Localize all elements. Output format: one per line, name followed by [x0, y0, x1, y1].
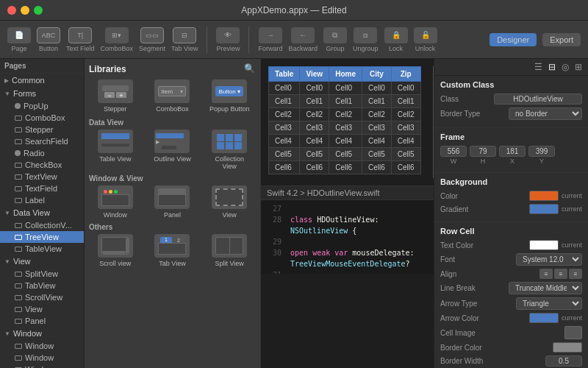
toolbar-unlock[interactable]: 🔓 Unlock	[414, 27, 437, 52]
sidebar-section-dataview[interactable]: ▼ Data View	[0, 206, 84, 219]
table-cell: Cell4	[362, 135, 391, 148]
canvas-table-container[interactable]: Table View Home City Zip Cell0Cell0Cell0…	[268, 66, 421, 174]
toolbar-segment[interactable]: ▭▭ Segment	[139, 27, 165, 52]
toolbar-backward[interactable]: ← Backward	[288, 27, 318, 52]
rp-border-width-input[interactable]	[545, 355, 582, 367]
table-cell: Cell5	[362, 148, 391, 161]
rp-color-swatch[interactable]	[529, 191, 559, 201]
lib-item-window[interactable]: Window	[89, 185, 142, 219]
sidebar-section-common[interactable]: ▶ Common	[0, 74, 84, 87]
sidebar-item-window2[interactable]: Window	[0, 352, 84, 364]
sidebar-item-window3[interactable]: Window	[0, 364, 84, 368]
window2-rect	[15, 355, 22, 361]
sidebar-section-forms[interactable]: ▼ Forms	[0, 87, 84, 100]
rp-background-section: Background Color current Gradient curren…	[434, 173, 588, 222]
sidebar-item-treeview[interactable]: TreeView	[0, 231, 84, 243]
lib-item-scrollview[interactable]: Scroll view	[89, 234, 142, 267]
rp-h-input[interactable]	[470, 146, 496, 157]
sidebar-item-label[interactable]: Label	[0, 194, 84, 206]
export-button[interactable]: Export	[542, 33, 581, 46]
lib-item-collectionview[interactable]: CollectionView	[203, 130, 256, 170]
maximize-button[interactable]	[34, 6, 43, 15]
sidebar-item-textview[interactable]: TextView	[0, 171, 84, 183]
sidebar-item-panel[interactable]: Panel	[0, 315, 84, 327]
lib-item-popup[interactable]: Button ▾ Popup Button	[203, 79, 256, 113]
sidebar-item-textfield[interactable]: TextField	[0, 183, 84, 194]
sidebar-item-view[interactable]: View	[0, 303, 84, 315]
lib-item-view[interactable]: View	[203, 185, 256, 219]
sidebar-item-collectionview[interactable]: CollectionV...	[0, 219, 84, 231]
align-center-button[interactable]: ≡	[554, 269, 567, 279]
table-cell: Cell1	[269, 95, 300, 108]
rp-x-input[interactable]	[499, 146, 526, 157]
sidebar-item-popup[interactable]: PopUp	[0, 100, 84, 112]
lib-item-tableview[interactable]: Table View	[89, 130, 142, 170]
align-right-button[interactable]: ≡	[569, 269, 582, 279]
stepper-rect	[15, 127, 22, 132]
combobox-form-label: ComboBox	[25, 113, 65, 122]
canvas-main[interactable]: Table View Home City Zip Cell0Cell0Cell0…	[261, 59, 434, 368]
popup-lib-label: Popup Button	[209, 105, 250, 113]
data-view-grid: Table View ▶ Outline View	[89, 130, 256, 170]
lib-item-stepper[interactable]: −+ Stepper	[89, 79, 142, 113]
lib-item-combobox[interactable]: Item▾ ComboBox	[146, 79, 199, 113]
table-cell: Cell3	[329, 121, 362, 135]
toolbar-forward[interactable]: → Forward	[258, 27, 282, 52]
toolbar-group[interactable]: ⧉ Group	[323, 27, 347, 52]
toolbar-lock[interactable]: 🔒 Lock	[384, 27, 408, 52]
sidebar-item-stepper[interactable]: Stepper	[0, 124, 84, 135]
sidebar-item-scrollview[interactable]: ScrollView	[0, 291, 84, 303]
sidebar-item-window1[interactable]: Window	[0, 340, 84, 352]
table-cell: Cell3	[300, 121, 329, 135]
toolbar-page[interactable]: 📄 Page	[7, 27, 31, 52]
lib-item-tabview2[interactable]: 1 2 Tab View	[146, 234, 199, 267]
lib-item-outlineview[interactable]: ▶ Outline View	[146, 130, 199, 170]
toolbar-preview[interactable]: 👁 Preview	[216, 27, 240, 52]
designer-button[interactable]: Designer	[490, 33, 537, 46]
outline-tree-container[interactable]: ▼Row1EcommerceDevelopmentOperationGameMu…	[433, 66, 434, 178]
traffic-lights[interactable]	[7, 6, 43, 15]
rp-icon-1[interactable]: ☰	[534, 62, 542, 72]
toolbar-tabview[interactable]: ⊟ Tab View	[171, 27, 198, 52]
minimize-button[interactable]	[21, 6, 29, 15]
sidebar-item-checkbox[interactable]: CheckBox	[0, 159, 84, 171]
rp-font-select[interactable]: System 12.0	[516, 253, 582, 266]
lib-item-splitview[interactable]: Split View	[203, 234, 256, 267]
table-cell: Cell4	[391, 135, 420, 148]
toolbar-combobox[interactable]: ⊞▾ ComboBox	[101, 27, 134, 52]
rp-cell-image-picker[interactable]	[564, 326, 582, 339]
toolbar-button[interactable]: ABC Button	[37, 27, 60, 52]
rp-icon-4[interactable]: ⊞	[575, 62, 582, 72]
rp-arrow-color-swatch[interactable]	[529, 313, 559, 323]
sidebar-section-view[interactable]: ▼ View	[0, 255, 84, 268]
toolbar: 📄 Page ABC Button T| Text Field ⊞▾ Combo…	[0, 21, 588, 59]
rp-border-type-select[interactable]: no Border	[509, 107, 582, 120]
sidebar-item-splitview[interactable]: SplitView	[0, 268, 84, 280]
rp-line-break-select[interactable]: Truncate Middle	[509, 282, 582, 294]
toolbar-textfield[interactable]: T| Text Field	[66, 27, 95, 52]
rp-y-input[interactable]	[528, 146, 555, 157]
collectionview-lib-icon	[212, 130, 247, 153]
libraries-search-icon[interactable]: 🔍	[244, 63, 256, 75]
align-left-button[interactable]: ≡	[539, 269, 553, 279]
sidebar-item-combobox[interactable]: ComboBox	[0, 112, 84, 124]
rp-w-input[interactable]	[440, 146, 467, 157]
rp-border-color-swatch[interactable]	[553, 342, 582, 353]
rp-icon-3[interactable]: ◎	[562, 62, 569, 72]
rp-border-width-label: Border Width	[440, 357, 483, 365]
sidebar-item-tableview[interactable]: TableView	[0, 243, 84, 255]
checkbox-label: CheckBox	[25, 160, 62, 169]
rp-class-input[interactable]	[494, 93, 582, 105]
sidebar-item-searchfield[interactable]: SearchField	[0, 135, 84, 147]
close-button[interactable]	[7, 6, 16, 15]
lib-item-panel[interactable]: Panel	[146, 185, 199, 219]
sidebar-section-window[interactable]: ▼ Window	[0, 327, 84, 340]
rp-gradient-swatch[interactable]	[529, 204, 559, 214]
rp-text-color-swatch[interactable]	[529, 240, 559, 250]
rp-arrow-type-select[interactable]: Triangle	[516, 297, 582, 310]
sidebar-item-tabview[interactable]: TabView	[0, 280, 84, 291]
toolbar-ungroup[interactable]: ⧈ Ungroup	[353, 27, 379, 52]
sidebar-item-radio[interactable]: Radio	[0, 147, 84, 159]
rp-icon-2[interactable]: ⊟	[548, 62, 556, 72]
preview-label: Preview	[216, 45, 240, 52]
